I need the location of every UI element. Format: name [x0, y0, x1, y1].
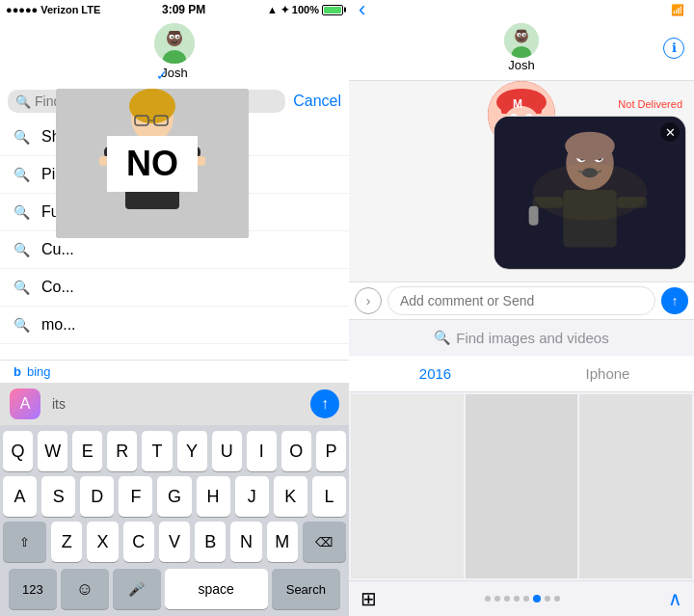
search-icon: 🔍	[13, 242, 30, 257]
emoji-key[interactable]: ☺	[61, 569, 109, 609]
tab-2016[interactable]: 2016	[349, 356, 521, 391]
appstore-symbol: A	[20, 395, 31, 413]
svg-point-5	[172, 37, 174, 39]
key-y[interactable]: Y	[177, 431, 207, 471]
key-o[interactable]: O	[281, 431, 311, 471]
key-f[interactable]: F	[119, 476, 152, 517]
key-x[interactable]: X	[87, 522, 118, 562]
page-dots	[485, 595, 560, 603]
find-images-bar[interactable]: 🔍 Find images and videos	[349, 319, 694, 356]
key-q[interactable]: Q	[3, 431, 33, 471]
key-k[interactable]: K	[274, 476, 307, 517]
key-l[interactable]: L	[312, 476, 346, 517]
thumb-cell-1[interactable]	[351, 394, 464, 579]
send-button[interactable]: ↑	[310, 389, 339, 418]
battery-info: ▲ ✦ 100%	[267, 4, 343, 16]
search-icon: 🔍	[13, 204, 30, 220]
key-s[interactable]: S	[41, 476, 75, 517]
bing-label: bing	[27, 364, 51, 379]
key-g[interactable]: G	[157, 476, 191, 517]
svg-point-26	[523, 35, 525, 37]
close-button[interactable]: ✕	[660, 122, 680, 142]
thumb-cell-3[interactable]	[579, 394, 692, 579]
time-label: 3:09 PM	[162, 3, 205, 16]
search-icon-left: 🔍	[15, 94, 31, 109]
key-r[interactable]: R	[107, 431, 137, 471]
grid-icon[interactable]: ⊞	[360, 587, 377, 610]
carrier-info: ●●●●● Verizon LTE	[6, 4, 100, 15]
key-e[interactable]: E	[72, 431, 102, 471]
find-images-icon: 🔍	[434, 330, 450, 345]
key-z[interactable]: Z	[51, 522, 82, 562]
key-b[interactable]: B	[195, 522, 226, 562]
mic-key[interactable]: 🎤	[113, 569, 161, 609]
chevron-down-icon[interactable]: ✓	[156, 67, 168, 83]
dot-8	[554, 596, 560, 602]
key-w[interactable]: W	[38, 431, 67, 471]
cancel-button[interactable]: Cancel	[293, 93, 341, 110]
right-contact-info: Josh	[387, 23, 655, 72]
battery-percent: 100%	[292, 4, 319, 15]
key-n[interactable]: N	[230, 522, 261, 562]
appstore-bar: A its ↑	[0, 383, 349, 425]
suggestion-text: mo...	[41, 316, 76, 334]
expand-button[interactable]: ›	[355, 287, 382, 314]
find-images-label: Find images and videos	[456, 330, 608, 346]
list-item[interactable]: 🔍 mo...	[0, 307, 349, 344]
delete-key[interactable]: ⌫	[303, 522, 346, 562]
keyboard-bottom-row: 123 ☺ 🎤 space Search	[3, 567, 346, 613]
avatar-svg-right	[504, 23, 539, 58]
svg-point-52	[582, 168, 598, 177]
bing-bar[interactable]: b bing	[0, 360, 349, 383]
send-up-button[interactable]: ↑	[661, 287, 688, 314]
shift-key[interactable]: ⇧	[3, 522, 46, 562]
keyboard-row-1: Q W E R T Y U I O P	[3, 431, 346, 471]
key-a[interactable]: A	[3, 476, 37, 517]
network-label: LTE	[81, 4, 100, 15]
key-c[interactable]: C	[123, 522, 154, 562]
contact-header-left: Josh	[0, 19, 349, 86]
search-key[interactable]: Search	[272, 569, 340, 609]
appstore-icon: A	[10, 388, 40, 419]
list-item[interactable]: 🔍 Co...	[0, 269, 349, 307]
key-u[interactable]: U	[212, 431, 242, 471]
numbers-key[interactable]: 123	[9, 569, 57, 609]
thumbnail-grid	[349, 392, 694, 581]
svg-point-10	[129, 89, 175, 123]
dot-3	[504, 596, 510, 602]
key-p[interactable]: P	[316, 431, 346, 471]
contact-name-right: Josh	[508, 58, 534, 72]
appstore-text: its	[52, 396, 66, 412]
key-m[interactable]: M	[267, 522, 298, 562]
dot-7	[545, 596, 550, 602]
search-icon: 🔍	[13, 167, 30, 182]
suggestion-text: Co...	[41, 279, 74, 296]
dot-6-active	[533, 595, 541, 603]
suggestion-text: Cu...	[41, 241, 74, 258]
tab-iphone[interactable]: Iphone	[521, 356, 694, 391]
wifi-icon: 📶	[671, 4, 684, 16]
avatar-right[interactable]	[504, 23, 539, 58]
keyboard-row-3: ⇧ Z X C V B N M ⌫	[3, 522, 346, 562]
chevron-up-button[interactable]: ∧	[668, 587, 682, 610]
svg-text:M: M	[513, 97, 522, 111]
key-t[interactable]: T	[142, 431, 172, 471]
comedian-image	[494, 117, 685, 269]
thumb-cell-2[interactable]	[466, 394, 578, 579]
dot-5	[523, 596, 529, 602]
key-v[interactable]: V	[159, 522, 190, 562]
svg-point-51	[565, 132, 614, 161]
avatar[interactable]	[154, 23, 195, 64]
info-button[interactable]: ℹ	[663, 38, 684, 59]
svg-rect-7	[169, 31, 180, 35]
left-panel: ●●●●● Verizon LTE 3:09 PM ▲ ✦ 100%	[0, 0, 349, 616]
svg-rect-27	[517, 30, 526, 33]
no-image-popup: NO	[56, 89, 249, 238]
space-key[interactable]: space	[165, 569, 268, 609]
key-j[interactable]: J	[235, 476, 269, 517]
key-d[interactable]: D	[80, 476, 114, 517]
comment-input[interactable]	[387, 286, 655, 315]
keyboard-row-2: A S D F G H J K L	[3, 476, 346, 517]
key-h[interactable]: H	[197, 476, 230, 517]
key-i[interactable]: I	[247, 431, 277, 471]
